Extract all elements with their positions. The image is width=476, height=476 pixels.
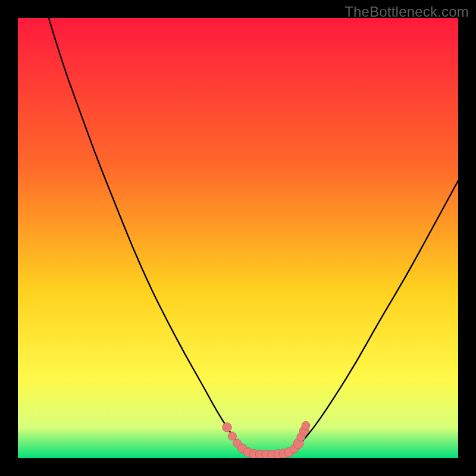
fit-marker (228, 432, 236, 440)
watermark-text: TheBottleneck.com (345, 4, 469, 20)
gradient-background (18, 18, 458, 458)
fit-marker (302, 421, 310, 430)
bottleneck-chart (18, 18, 458, 458)
fit-marker (223, 422, 232, 432)
chart-frame (18, 18, 458, 458)
